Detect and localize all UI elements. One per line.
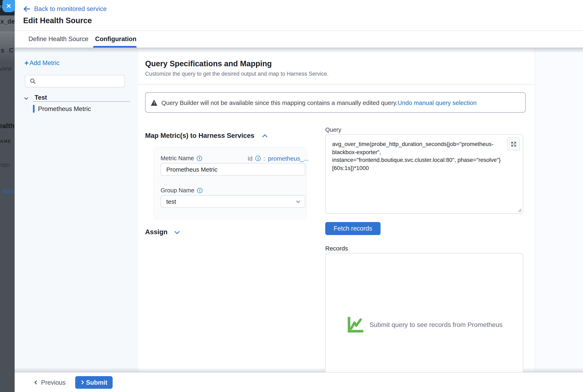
- metric-id-row: Id i : prometheus_...: [248, 155, 309, 162]
- selected-indicator: [33, 105, 34, 113]
- chevron-down-icon: [296, 199, 300, 203]
- query-textarea[interactable]: avg_over_time(probe_http_duration_second…: [332, 140, 517, 208]
- query-builder-warning: ! Query Builder will not be available si…: [145, 92, 526, 113]
- backdrop-text-fragment: ealth S: [0, 122, 15, 130]
- metric-group-name: Test: [34, 94, 47, 101]
- tab-configuration[interactable]: Configuration: [95, 36, 136, 43]
- chevron-down-icon: [174, 229, 179, 234]
- map-metrics-title: Map Metric(s) to Harness Services: [145, 132, 254, 140]
- info-icon[interactable]: i: [255, 156, 261, 161]
- backdrop-text-fragment: C: [9, 47, 13, 54]
- metric-group-toggle[interactable]: Test: [25, 94, 47, 101]
- records-label: Records: [325, 245, 348, 252]
- warning-text: Query Builder will not be available sinc…: [161, 99, 398, 106]
- chevron-down-icon: [24, 96, 28, 100]
- header-divider: [15, 30, 583, 31]
- metric-mapping-panel: Metric Name i Id i : prometheus_... Grou…: [153, 147, 307, 219]
- records-empty-state: Submit query to see records from Prometh…: [326, 316, 523, 334]
- close-button[interactable]: ✕: [2, 0, 15, 12]
- metric-name-input[interactable]: [161, 163, 305, 176]
- info-icon[interactable]: i: [197, 188, 202, 193]
- id-separator: :: [263, 155, 265, 162]
- previous-label: Previous: [41, 379, 66, 386]
- submit-button[interactable]: Submit: [75, 376, 113, 389]
- records-panel: Submit query to see records from Prometh…: [325, 253, 523, 372]
- submit-label: Submit: [86, 379, 107, 386]
- backdrop-text-fragment: rom: [0, 162, 10, 169]
- expand-query-button[interactable]: [507, 138, 520, 150]
- tab-define-health-source[interactable]: Define Health Source: [28, 36, 88, 43]
- metric-search: [25, 75, 125, 88]
- section-subheading: Customize the query to get the desired o…: [145, 71, 329, 77]
- backdrop-text-fragment: s: [1, 47, 4, 54]
- active-tab-underline: [93, 46, 137, 48]
- query-editor: avg_over_time(probe_http_duration_second…: [325, 134, 523, 214]
- search-input[interactable]: [39, 78, 124, 85]
- group-name-label: Group Name: [161, 187, 194, 194]
- section-heading: Query Specifications and Mapping: [145, 59, 272, 68]
- records-empty-message: Submit query to see records from Prometh…: [370, 321, 503, 328]
- fetch-records-label: Fetch records: [334, 225, 372, 232]
- assign-section-header[interactable]: Assign: [145, 228, 179, 236]
- info-icon[interactable]: i: [197, 156, 202, 161]
- assign-title: Assign: [145, 228, 167, 236]
- back-arrow-icon: [23, 6, 30, 12]
- resize-handle[interactable]: [517, 208, 522, 212]
- map-metrics-section-header[interactable]: Map Metric(s) to Harness Services: [145, 132, 266, 140]
- group-name-label-row: Group Name i: [161, 187, 202, 194]
- right-rail: [535, 48, 583, 372]
- search-icon: [30, 78, 36, 84]
- edit-health-source-modal-screen: nt x_dev s C view ealth S AME rom + Add …: [0, 0, 583, 392]
- backdrop-strip: nt x_dev s C view ealth S AME rom + Add: [0, 0, 15, 392]
- group-name-value: test: [166, 198, 176, 205]
- undo-manual-query-link[interactable]: Undo manual query selection: [398, 99, 477, 106]
- back-link[interactable]: Back to monitored service: [23, 5, 107, 12]
- heading-divider: [138, 84, 535, 84]
- add-metric-label: Add Metric: [29, 59, 59, 67]
- chevron-left-icon: [34, 380, 38, 384]
- fullscreen-icon: [511, 141, 517, 147]
- chart-icon: [346, 316, 365, 334]
- modal-footer: Previous Submit: [15, 372, 583, 392]
- chevron-right-icon: [80, 380, 83, 384]
- backdrop-text-fragment: x_dev: [0, 18, 15, 25]
- back-link-label: Back to monitored service: [34, 5, 107, 12]
- chevron-up-icon: [262, 134, 267, 139]
- group-name-select[interactable]: test: [161, 195, 305, 208]
- plus-icon: +: [24, 60, 29, 66]
- metric-id-link[interactable]: prometheus_...: [268, 155, 309, 162]
- metric-name-label-row: Metric Name i: [161, 155, 202, 162]
- query-label: Query: [325, 126, 341, 133]
- backdrop-text-fragment: AME: [0, 139, 11, 144]
- id-label: Id: [248, 155, 252, 162]
- backdrop-text-fragment: + Add: [0, 188, 15, 195]
- group-divider: [33, 101, 130, 102]
- sidebar-item-prometheus-metric[interactable]: Prometheus Metric: [33, 105, 91, 113]
- add-metric-button[interactable]: + Add Metric: [24, 59, 59, 67]
- warning-icon: !: [151, 100, 158, 106]
- close-icon: ✕: [6, 2, 11, 10]
- page-title: Edit Health Source: [23, 16, 92, 25]
- metric-name-label: Metric Name: [161, 155, 194, 162]
- metric-item-label: Prometheus Metric: [38, 105, 91, 112]
- backdrop-text-fragment: view: [0, 65, 12, 72]
- fetch-records-button[interactable]: Fetch records: [325, 222, 381, 235]
- previous-button[interactable]: Previous: [35, 372, 66, 392]
